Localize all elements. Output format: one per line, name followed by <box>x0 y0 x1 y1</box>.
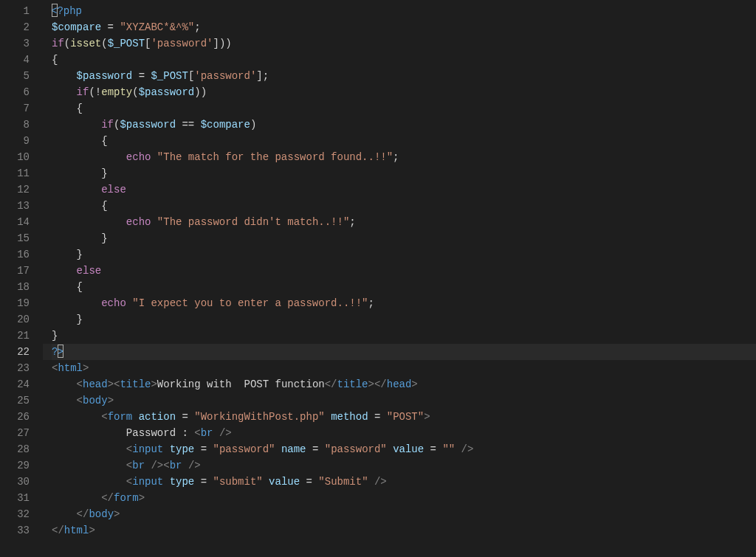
code-token: isset <box>70 38 101 49</box>
code-token: br <box>170 460 182 471</box>
code-token: </ <box>325 378 337 390</box>
code-line[interactable]: { <box>52 198 756 214</box>
line-number: 32 <box>0 506 30 522</box>
code-line[interactable]: $compare = "XYZABC*&^%"; <box>52 19 756 35</box>
code-token: < <box>77 395 83 406</box>
code-token: input <box>132 443 163 455</box>
code-token: /> <box>219 427 232 439</box>
code-line[interactable]: { <box>52 52 756 68</box>
code-token <box>275 443 281 455</box>
code-token: } <box>77 314 83 325</box>
code-token <box>126 297 132 309</box>
code-line[interactable]: </form> <box>52 490 756 506</box>
code-line[interactable]: else <box>52 263 756 279</box>
code-token: )) <box>194 86 207 98</box>
code-line[interactable]: </html> <box>52 522 756 539</box>
line-number: 26 <box>0 409 30 425</box>
code-line[interactable]: { <box>52 133 756 149</box>
code-line[interactable]: { <box>52 100 756 117</box>
code-token: /> <box>374 476 387 488</box>
code-token: { <box>77 103 83 114</box>
code-line[interactable]: ?> <box>52 344 756 360</box>
code-token: "password" <box>325 443 387 455</box>
line-number: 30 <box>0 474 30 490</box>
code-line[interactable]: $password = $_POST['password']; <box>52 68 756 84</box>
line-number: 1 <box>0 3 30 19</box>
code-token <box>455 443 461 455</box>
code-token: method <box>331 411 368 423</box>
code-token: { <box>101 200 107 212</box>
code-token <box>263 476 269 488</box>
code-token: "Submit" <box>318 476 368 488</box>
code-token: { <box>77 281 83 293</box>
line-number: 9 <box>0 133 30 149</box>
line-number: 11 <box>0 165 30 181</box>
code-token: form <box>114 492 139 504</box>
code-token: $_POST <box>108 38 145 49</box>
code-line[interactable]: <body> <box>52 392 756 409</box>
line-number: 12 <box>0 181 30 198</box>
code-token: if <box>52 38 64 49</box>
code-line[interactable]: } <box>52 311 756 328</box>
code-token: /> <box>461 443 474 455</box>
code-line[interactable]: </body> <box>52 506 756 522</box>
line-number: 29 <box>0 457 30 474</box>
line-number: 3 <box>0 35 30 52</box>
code-line[interactable]: <input type = "submit" value = "Submit" … <box>52 474 756 490</box>
code-line[interactable]: if($password == $compare) <box>52 117 756 133</box>
line-number: 6 <box>0 84 30 100</box>
code-line[interactable]: <form action = "WorkingWithPost.php" met… <box>52 409 756 425</box>
code-token: = <box>306 443 325 455</box>
code-token: 'password' <box>151 38 213 49</box>
code-token: value <box>393 443 424 455</box>
line-number: 2 <box>0 19 30 35</box>
code-line[interactable]: echo "The password didn't match..!!"; <box>52 214 756 230</box>
code-token: head <box>83 378 108 390</box>
line-number: 18 <box>0 279 30 295</box>
code-token: > <box>108 395 114 406</box>
code-line[interactable]: if(isset($_POST['password'])) <box>52 35 756 52</box>
code-line[interactable]: } <box>52 328 756 344</box>
code-line[interactable]: Password : <br /> <box>52 425 756 441</box>
code-token: name <box>281 443 306 455</box>
code-token: ; <box>393 151 399 163</box>
code-token: } <box>52 330 58 342</box>
code-line[interactable]: <?php <box>52 3 756 19</box>
code-line[interactable]: <input type = "password" name = "passwor… <box>52 441 756 457</box>
code-editor-content[interactable]: <?php$compare = "XYZABC*&^%";if(isset($_… <box>43 0 756 557</box>
code-token: "POST" <box>387 411 424 423</box>
code-line[interactable]: echo "I expect you to enter a password..… <box>52 295 756 311</box>
code-token: = <box>194 443 213 455</box>
code-line[interactable]: } <box>52 246 756 263</box>
code-line[interactable]: if(!empty($password)) <box>52 84 756 100</box>
code-line[interactable]: } <box>52 165 756 181</box>
code-token: 'password' <box>194 70 256 82</box>
line-number: 31 <box>0 490 30 506</box>
code-token <box>325 411 331 423</box>
code-token: "The password didn't match..!!" <box>157 216 349 228</box>
code-token: { <box>52 54 58 66</box>
code-token <box>387 443 393 455</box>
code-line[interactable]: else <box>52 181 756 198</box>
code-token: title <box>337 378 368 390</box>
line-number: 33 <box>0 522 30 539</box>
code-token: body <box>83 395 108 406</box>
code-token: br <box>201 427 213 439</box>
code-token: $_POST <box>151 70 188 82</box>
code-token: > <box>151 378 157 390</box>
code-line[interactable]: } <box>52 230 756 246</box>
code-token: < <box>126 443 132 455</box>
code-line[interactable]: <html> <box>52 360 756 376</box>
line-number: 15 <box>0 230 30 246</box>
line-number: 13 <box>0 198 30 214</box>
code-line[interactable]: <head><title>Working with POST function<… <box>52 376 756 392</box>
code-token: > <box>424 411 430 423</box>
code-line[interactable]: { <box>52 279 756 295</box>
code-token: ])) <box>213 38 231 49</box>
code-line[interactable]: <br /><br /> <box>52 457 756 474</box>
code-token: "submit" <box>213 476 262 488</box>
code-token: > <box>139 492 145 504</box>
code-line[interactable]: echo "The match for the password found..… <box>52 149 756 165</box>
code-token: >< <box>108 378 120 390</box>
line-number: 10 <box>0 149 30 165</box>
